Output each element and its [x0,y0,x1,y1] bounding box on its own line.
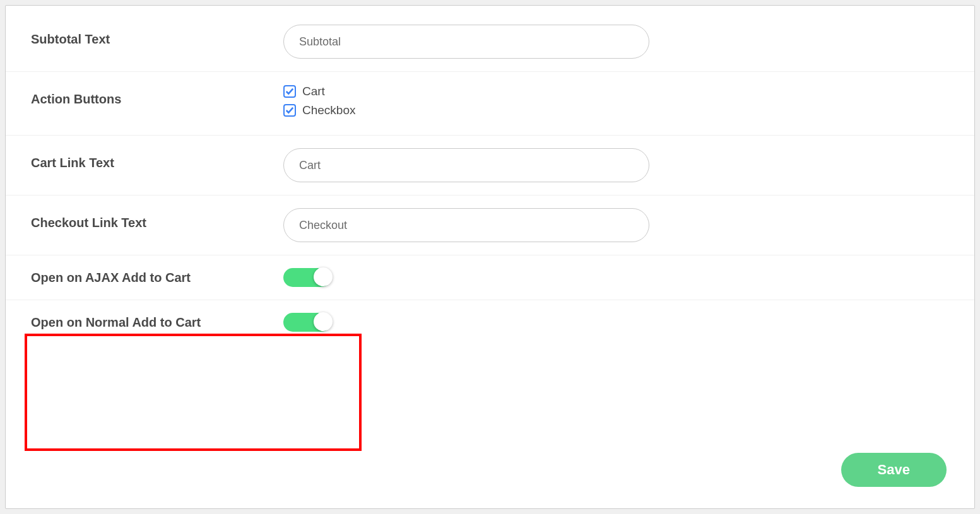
label-subtotal-text: Subtotal Text [31,25,283,47]
field-cart-link-text [283,148,949,182]
toggle-open-normal[interactable] [283,313,331,332]
save-button[interactable]: Save [841,453,947,487]
row-open-ajax: Open on AJAX Add to Cart [6,255,974,300]
row-open-normal: Open on Normal Add to Cart [6,300,974,344]
row-cart-link-text: Cart Link Text [6,136,974,196]
field-subtotal-text [283,25,949,59]
row-checkout-link-text: Checkout Link Text [6,196,974,255]
row-subtotal-text: Subtotal Text [6,12,974,72]
field-open-normal [283,313,949,332]
toggle-open-ajax[interactable] [283,268,331,287]
highlight-box [25,334,362,451]
toggle-knob [314,267,333,286]
field-checkout-link-text [283,208,949,242]
input-checkout-link-text[interactable] [283,208,649,242]
check-icon [285,87,294,96]
checkbox-row-checkbox: Checkbox [283,103,949,117]
field-action-buttons: Cart Checkbox [283,85,949,122]
check-icon [285,106,294,115]
label-open-ajax: Open on AJAX Add to Cart [31,268,283,285]
row-action-buttons: Action Buttons Cart Checkbox [6,72,974,136]
toggle-knob [314,312,333,331]
label-checkout-link-text: Checkout Link Text [31,208,283,230]
label-action-buttons: Action Buttons [31,85,283,107]
label-cart-link-text: Cart Link Text [31,148,283,170]
field-open-ajax [283,268,949,287]
checkbox-cart[interactable] [283,85,296,98]
label-open-normal: Open on Normal Add to Cart [31,313,283,330]
checkbox-label-cart: Cart [302,85,325,98]
checkbox-label-checkbox: Checkbox [302,103,356,117]
checkbox-checkbox[interactable] [283,104,296,117]
input-subtotal-text[interactable] [283,25,649,59]
settings-panel: Subtotal Text Action Buttons Cart Checkb… [5,5,975,509]
checkbox-row-cart: Cart [283,85,949,98]
input-cart-link-text[interactable] [283,148,649,182]
